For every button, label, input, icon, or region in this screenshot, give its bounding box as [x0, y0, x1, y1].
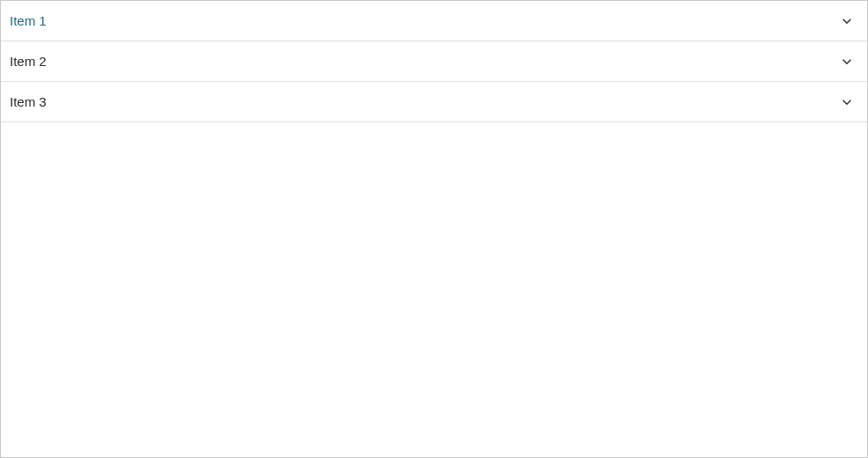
accordion-item-label: Item 2: [10, 52, 47, 70]
accordion-header-1[interactable]: Item 1: [1, 1, 867, 41]
accordion-item-label: Item 1: [10, 11, 47, 30]
accordion-item-1: Item 1: [1, 1, 867, 41]
chevron-down-icon: [841, 55, 853, 68]
chevron-down-icon: [841, 15, 853, 27]
chevron-down-icon: [841, 96, 853, 108]
accordion-item-2: Item 2: [1, 41, 867, 82]
accordion-header-2[interactable]: Item 2: [1, 41, 867, 81]
accordion-header-3[interactable]: Item 3: [1, 82, 867, 122]
accordion-item-3: Item 3: [1, 82, 867, 122]
accordion-item-label: Item 3: [10, 92, 47, 111]
accordion: Item 1 Item 2 Item 3: [1, 1, 867, 122]
